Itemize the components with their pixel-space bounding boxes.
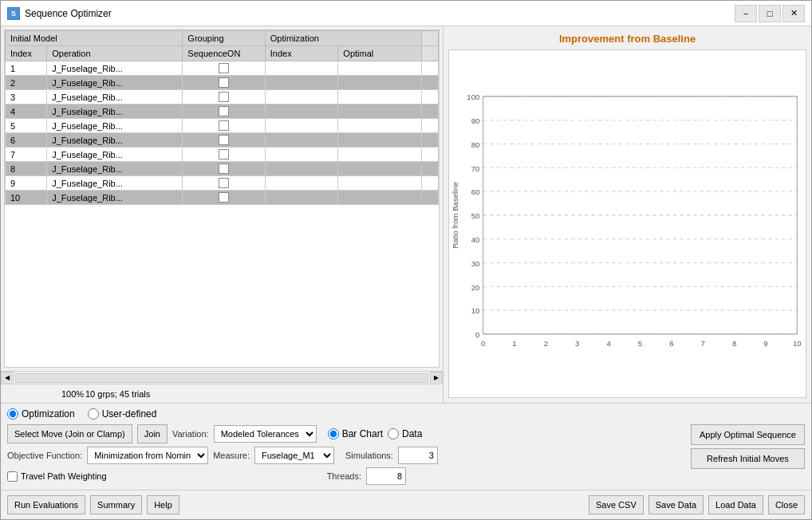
travel-path-checkbox-group[interactable]: Travel Path Weighting [7,471,107,482]
bar-chart-radio-group[interactable]: Bar Chart [328,428,383,439]
cell-optimal [338,133,422,148]
svg-text:3: 3 [575,339,579,348]
cell-optimal [338,61,422,76]
user-defined-radio[interactable] [88,408,99,420]
table-container: Initial Model Grouping Optimization Inde… [4,30,440,368]
bottom-controls: Optimization User-defined Select Move (J… [1,403,811,490]
cell-opt-index [265,76,338,90]
simulations-label: Simulations: [345,451,393,460]
main-window: S Sequence Optimizer − □ ✕ Initial Model… [0,0,812,520]
sequence-checkbox[interactable] [219,163,229,174]
save-csv-button[interactable]: Save CSV [589,495,644,514]
sequence-checkbox[interactable] [219,120,229,131]
cell-seqon[interactable] [183,61,265,76]
save-data-button[interactable]: Save Data [648,495,704,514]
left-controls: Select Move (Join or Clamp) Join Variati… [7,424,684,485]
close-window-button[interactable]: ✕ [782,5,805,22]
sequence-checkbox[interactable] [219,92,229,102]
scroll-right-btn[interactable]: ▶ [430,372,443,384]
col-header-opt-index: Index [265,46,338,61]
cell-seqon[interactable] [183,191,265,205]
cell-seqon[interactable] [183,104,265,119]
travel-path-checkbox[interactable] [7,471,18,482]
data-radio-group[interactable]: Data [388,428,422,439]
cell-opt-index [265,176,338,191]
cell-operation: J_Fuselage_Rib... [47,119,183,133]
objective-dropdown[interactable]: Minimization from Nomin [87,447,208,464]
summary-button[interactable]: Summary [90,495,142,514]
table-row: 1J_Fuselage_Rib... [6,61,439,76]
help-button[interactable]: Help [147,495,179,514]
cell-operation: J_Fuselage_Rib... [47,90,183,104]
sequence-checkbox[interactable] [219,106,229,116]
cell-opt-index [265,61,338,76]
right-panel: Improvement from Baseline [443,26,811,403]
cell-index: 3 [6,90,47,104]
header-grouping: Grouping [183,31,265,46]
sequence-checkbox[interactable] [219,63,229,73]
svg-text:5: 5 [638,339,642,348]
title-bar: S Sequence Optimizer − □ ✕ [1,1,811,26]
cell-seqon[interactable] [183,176,265,191]
measure-dropdown[interactable]: Fuselage_M1 [254,447,334,464]
scroll-left-btn[interactable]: ◀ [1,372,14,384]
minimize-button[interactable]: − [735,5,757,22]
svg-text:10: 10 [471,306,480,315]
cell-operation: J_Fuselage_Rib... [47,191,183,205]
cell-operation: J_Fuselage_Rib... [47,76,183,90]
optimization-radio[interactable] [7,408,18,420]
sequence-checkbox[interactable] [219,149,229,160]
select-move-button[interactable]: Select Move (Join or Clamp) [7,424,132,443]
load-data-button[interactable]: Load Data [708,495,763,514]
optimization-radio-group[interactable]: Optimization [7,408,75,420]
run-evaluations-button[interactable]: Run Evaluations [7,495,85,514]
cell-seqon[interactable] [183,148,265,162]
cell-seqon[interactable] [183,133,265,148]
title-bar-left: S Sequence Optimizer [7,7,112,20]
table-row: 3J_Fuselage_Rib... [6,90,439,104]
close-button[interactable]: Close [768,495,805,514]
h-scrollbar[interactable] [15,373,428,383]
app-icon: S [7,7,20,20]
sequence-checkbox[interactable] [219,192,229,203]
cell-opt-index [265,148,338,162]
cell-seqon[interactable] [183,119,265,133]
svg-text:40: 40 [471,235,480,244]
maximize-button[interactable]: □ [759,5,781,22]
cell-operation: J_Fuselage_Rib... [47,162,183,176]
cell-index: 7 [6,148,47,162]
cell-operation: J_Fuselage_Rib... [47,104,183,119]
cell-scrollbar-spacer [422,119,439,133]
cell-scrollbar-spacer [422,104,439,119]
sequence-checkbox[interactable] [219,178,229,188]
table-row: 4J_Fuselage_Rib... [6,104,439,119]
data-radio[interactable] [388,428,399,439]
cell-seqon[interactable] [183,90,265,104]
threads-input[interactable]: 8 [366,467,406,485]
cell-index: 9 [6,176,47,191]
cell-opt-index [265,162,338,176]
cell-index: 1 [6,61,47,76]
table-row: 8J_Fuselage_Rib... [6,162,439,176]
cell-scrollbar-spacer [422,133,439,148]
bar-chart-radio[interactable] [328,428,339,439]
refresh-initial-button[interactable]: Refresh Initial Moves [691,448,805,469]
cell-seqon[interactable] [183,162,265,176]
apply-optimal-button[interactable]: Apply Optimal Sequence [691,424,805,445]
svg-text:80: 80 [471,140,480,149]
h-scroll-row: ◀ ▶ [1,371,443,384]
cell-scrollbar-spacer [422,90,439,104]
sequence-checkbox[interactable] [219,135,229,145]
variation-dropdown[interactable]: Modeled Tolerances [214,425,317,443]
bottom-right: Close [768,495,805,514]
cell-optimal [338,104,422,119]
objective-label: Objective Function: [7,451,82,460]
data-label: Data [402,428,422,439]
join-button[interactable]: Join [137,424,168,443]
controls-row2: Objective Function: Minimization from No… [7,447,684,464]
user-defined-radio-group[interactable]: User-defined [88,408,157,420]
chart-title: Improvement from Baseline [447,30,808,48]
simulations-input[interactable]: 3 [398,447,438,464]
cell-seqon[interactable] [183,76,265,90]
sequence-checkbox[interactable] [219,77,229,88]
